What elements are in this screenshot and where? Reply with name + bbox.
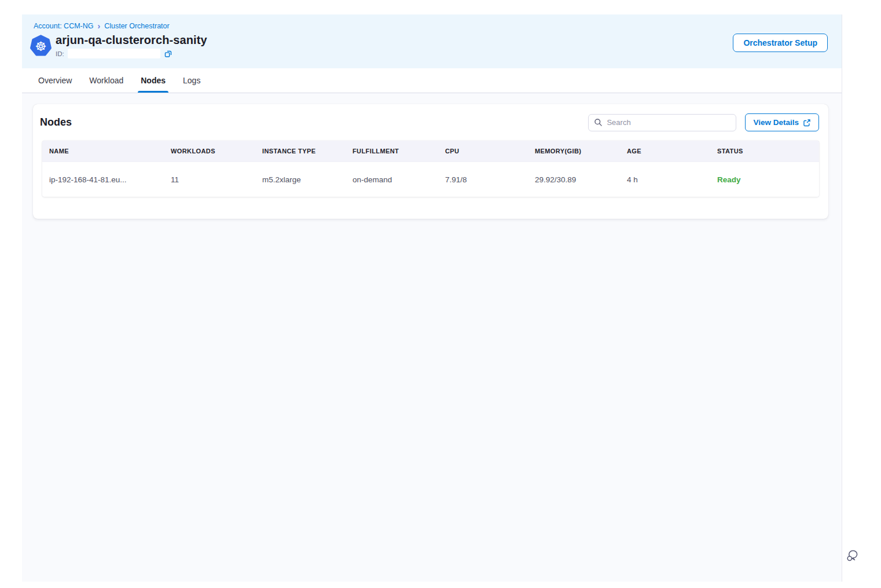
- external-link-icon: [803, 119, 811, 127]
- column-header-fulfillment: FULFILLMENT: [346, 148, 438, 155]
- page-header: Account: CCM-NG › Cluster Orchestrator ☸…: [22, 14, 842, 68]
- chat-icon[interactable]: [846, 549, 860, 563]
- cell-node-name: ip-192-168-41-81.eu...: [42, 175, 164, 184]
- status-badge: Ready: [710, 175, 819, 184]
- column-header-name: NAME: [42, 148, 164, 155]
- kubernetes-icon: ☸: [30, 35, 52, 56]
- content-area: Nodes View Details: [22, 93, 842, 582]
- view-details-button[interactable]: View Details: [745, 113, 819, 131]
- cell-workloads: 11: [164, 175, 255, 184]
- app-frame: Account: CCM-NG › Cluster Orchestrator ☸…: [22, 14, 842, 582]
- nodes-card: Nodes View Details: [33, 104, 828, 219]
- breadcrumb-account-link[interactable]: Account: CCM-NG: [34, 22, 94, 30]
- tab-overview[interactable]: Overview: [38, 68, 72, 93]
- cluster-id-row: ID:: [56, 49, 207, 58]
- chevron-right-icon: ›: [98, 23, 101, 30]
- table-header-row: NAME WORKLOADS INSTANCE TYPE FULFILLMENT…: [42, 141, 819, 161]
- column-header-instance-type: INSTANCE TYPE: [255, 148, 346, 155]
- breadcrumb-section-link[interactable]: Cluster Orchestrator: [104, 22, 170, 30]
- card-header-actions: View Details: [588, 113, 819, 131]
- cell-cpu: 7.91/8: [438, 175, 528, 184]
- copy-icon[interactable]: [164, 49, 172, 58]
- table-row[interactable]: ip-192-168-41-81.eu... 11 m5.2xlarge on-…: [42, 161, 819, 197]
- nodes-table: NAME WORKLOADS INSTANCE TYPE FULFILLMENT…: [42, 141, 819, 197]
- column-header-status: STATUS: [710, 148, 819, 155]
- cell-instance-type: m5.2xlarge: [255, 175, 346, 184]
- page-title: arjun-qa-clusterorch-sanity: [56, 34, 207, 47]
- tab-logs[interactable]: Logs: [183, 68, 200, 93]
- svg-text:☸: ☸: [35, 39, 47, 54]
- title-block: arjun-qa-clusterorch-sanity ID:: [56, 34, 207, 58]
- id-value-redacted: [68, 49, 160, 58]
- cell-fulfillment: on-demand: [346, 175, 438, 184]
- cell-memory: 29.92/30.89: [528, 175, 620, 184]
- column-header-age: AGE: [620, 148, 710, 155]
- view-details-label: View Details: [753, 118, 799, 127]
- tab-nodes[interactable]: Nodes: [141, 68, 166, 93]
- tab-bar: Overview Workload Nodes Logs: [22, 68, 842, 93]
- cell-age: 4 h: [620, 175, 710, 184]
- search-box[interactable]: [588, 114, 736, 131]
- orchestrator-setup-button[interactable]: Orchestrator Setup: [733, 34, 828, 52]
- search-icon: [594, 118, 603, 127]
- breadcrumb: Account: CCM-NG › Cluster Orchestrator: [30, 22, 828, 30]
- column-header-cpu: CPU: [438, 148, 528, 155]
- tab-workload[interactable]: Workload: [89, 68, 123, 93]
- nodes-card-header: Nodes View Details: [42, 113, 819, 131]
- column-header-memory: MEMORY(GIB): [528, 148, 620, 155]
- nodes-heading: Nodes: [40, 116, 72, 128]
- column-header-workloads: WORKLOADS: [164, 148, 255, 155]
- search-input[interactable]: [607, 118, 731, 127]
- title-row: ☸ arjun-qa-clusterorch-sanity ID:: [30, 34, 828, 58]
- id-label: ID:: [56, 50, 64, 57]
